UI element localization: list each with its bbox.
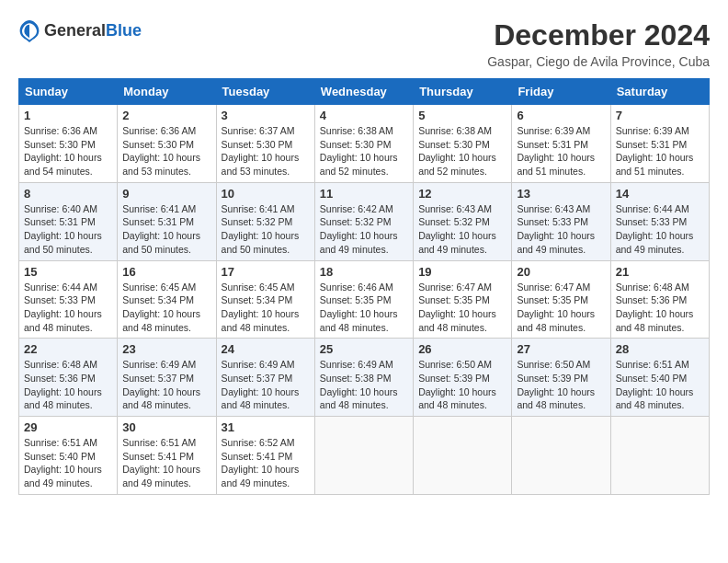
logo: GeneralBlue — [18, 18, 142, 44]
calendar-cell: 25 Sunrise: 6:49 AM Sunset: 5:38 PM Dayl… — [314, 339, 413, 417]
header-sunday: Sunday — [19, 79, 118, 105]
calendar-cell: 10 Sunrise: 6:41 AM Sunset: 5:32 PM Dayl… — [216, 182, 314, 260]
day-number: 30 — [122, 420, 210, 434]
calendar-cell: 1 Sunrise: 6:36 AM Sunset: 5:30 PM Dayli… — [19, 105, 118, 183]
day-info: Sunrise: 6:43 AM Sunset: 5:33 PM Dayligh… — [517, 202, 605, 257]
day-number: 14 — [616, 187, 704, 201]
day-info: Sunrise: 6:47 AM Sunset: 5:35 PM Dayligh… — [418, 281, 506, 335]
calendar-cell: 6 Sunrise: 6:39 AM Sunset: 5:31 PM Dayli… — [512, 105, 610, 183]
day-info: Sunrise: 6:50 AM Sunset: 5:39 PM Dayligh… — [517, 358, 605, 412]
day-number: 6 — [517, 109, 605, 122]
calendar-cell: 7 Sunrise: 6:39 AM Sunset: 5:31 PM Dayli… — [610, 105, 709, 183]
header: GeneralBlue December 2024 Gaspar, Ciego … — [18, 18, 710, 69]
calendar-cell: 13 Sunrise: 6:43 AM Sunset: 5:33 PM Dayl… — [512, 182, 610, 260]
header-row: SundayMondayTuesdayWednesdayThursdayFrid… — [19, 79, 710, 105]
day-info: Sunrise: 6:47 AM Sunset: 5:35 PM Dayligh… — [517, 281, 605, 335]
calendar-cell: 26 Sunrise: 6:50 AM Sunset: 5:39 PM Dayl… — [414, 339, 512, 417]
day-info: Sunrise: 6:49 AM Sunset: 5:37 PM Dayligh… — [122, 358, 210, 412]
calendar-cell: 31 Sunrise: 6:52 AM Sunset: 5:41 PM Dayl… — [216, 417, 314, 495]
day-info: Sunrise: 6:48 AM Sunset: 5:36 PM Dayligh… — [24, 358, 112, 412]
day-info: Sunrise: 6:44 AM Sunset: 5:33 PM Dayligh… — [616, 202, 704, 257]
day-number: 25 — [320, 342, 408, 356]
logo-icon — [18, 18, 40, 44]
header-tuesday: Tuesday — [216, 79, 314, 105]
day-info: Sunrise: 6:51 AM Sunset: 5:40 PM Dayligh… — [24, 436, 112, 490]
day-number: 3 — [222, 109, 310, 122]
day-info: Sunrise: 6:52 AM Sunset: 5:41 PM Dayligh… — [222, 436, 310, 490]
day-info: Sunrise: 6:49 AM Sunset: 5:38 PM Dayligh… — [320, 358, 408, 412]
day-number: 15 — [24, 265, 112, 279]
calendar-cell — [314, 417, 413, 495]
calendar-cell: 24 Sunrise: 6:49 AM Sunset: 5:37 PM Dayl… — [216, 339, 314, 417]
calendar-cell: 11 Sunrise: 6:42 AM Sunset: 5:32 PM Dayl… — [314, 182, 413, 260]
calendar-cell: 9 Sunrise: 6:41 AM Sunset: 5:31 PM Dayli… — [118, 182, 216, 260]
day-info: Sunrise: 6:41 AM Sunset: 5:32 PM Dayligh… — [222, 202, 310, 257]
header-wednesday: Wednesday — [314, 79, 413, 105]
calendar-cell — [414, 417, 512, 495]
day-info: Sunrise: 6:37 AM Sunset: 5:30 PM Dayligh… — [222, 124, 310, 178]
day-number: 13 — [517, 187, 605, 201]
day-number: 8 — [24, 187, 112, 201]
day-number: 22 — [24, 342, 112, 356]
day-number: 31 — [222, 420, 310, 434]
day-number: 17 — [222, 265, 310, 279]
calendar-cell: 30 Sunrise: 6:51 AM Sunset: 5:41 PM Dayl… — [118, 417, 216, 495]
day-info: Sunrise: 6:36 AM Sunset: 5:30 PM Dayligh… — [122, 124, 210, 178]
day-info: Sunrise: 6:51 AM Sunset: 5:41 PM Dayligh… — [122, 436, 210, 490]
calendar-cell: 18 Sunrise: 6:46 AM Sunset: 5:35 PM Dayl… — [314, 260, 413, 339]
calendar-cell: 2 Sunrise: 6:36 AM Sunset: 5:30 PM Dayli… — [118, 105, 216, 183]
day-number: 19 — [418, 265, 506, 279]
calendar-cell: 14 Sunrise: 6:44 AM Sunset: 5:33 PM Dayl… — [610, 182, 709, 260]
day-number: 2 — [122, 109, 210, 122]
calendar-cell — [512, 417, 610, 495]
calendar-cell: 8 Sunrise: 6:40 AM Sunset: 5:31 PM Dayli… — [19, 182, 118, 260]
calendar-cell — [610, 417, 709, 495]
calendar-cell: 23 Sunrise: 6:49 AM Sunset: 5:37 PM Dayl… — [118, 339, 216, 417]
day-number: 26 — [418, 342, 506, 356]
logo-general: General — [44, 21, 106, 40]
calendar-cell: 4 Sunrise: 6:38 AM Sunset: 5:30 PM Dayli… — [314, 105, 413, 183]
day-number: 1 — [24, 109, 112, 122]
calendar-cell: 21 Sunrise: 6:48 AM Sunset: 5:36 PM Dayl… — [610, 260, 709, 339]
calendar-cell: 22 Sunrise: 6:48 AM Sunset: 5:36 PM Dayl… — [19, 339, 118, 417]
day-info: Sunrise: 6:38 AM Sunset: 5:30 PM Dayligh… — [320, 124, 408, 178]
calendar-cell: 12 Sunrise: 6:43 AM Sunset: 5:32 PM Dayl… — [414, 182, 512, 260]
day-info: Sunrise: 6:49 AM Sunset: 5:37 PM Dayligh… — [222, 358, 310, 412]
day-number: 12 — [418, 187, 506, 201]
day-info: Sunrise: 6:44 AM Sunset: 5:33 PM Dayligh… — [24, 281, 112, 335]
calendar-cell: 5 Sunrise: 6:38 AM Sunset: 5:30 PM Dayli… — [414, 105, 512, 183]
day-info: Sunrise: 6:42 AM Sunset: 5:32 PM Dayligh… — [320, 202, 408, 257]
day-info: Sunrise: 6:39 AM Sunset: 5:31 PM Dayligh… — [517, 124, 605, 178]
logo-text: GeneralBlue — [44, 22, 142, 40]
day-number: 7 — [616, 109, 704, 122]
week-row-2: 8 Sunrise: 6:40 AM Sunset: 5:31 PM Dayli… — [19, 182, 710, 260]
calendar-cell: 17 Sunrise: 6:45 AM Sunset: 5:34 PM Dayl… — [216, 260, 314, 339]
header-thursday: Thursday — [414, 79, 512, 105]
day-info: Sunrise: 6:43 AM Sunset: 5:32 PM Dayligh… — [418, 202, 506, 257]
day-number: 29 — [24, 420, 112, 434]
day-number: 5 — [418, 109, 506, 122]
day-number: 20 — [517, 265, 605, 279]
day-info: Sunrise: 6:41 AM Sunset: 5:31 PM Dayligh… — [122, 202, 210, 257]
calendar-table: SundayMondayTuesdayWednesdayThursdayFrid… — [18, 78, 710, 495]
day-info: Sunrise: 6:40 AM Sunset: 5:31 PM Dayligh… — [24, 202, 112, 257]
week-row-1: 1 Sunrise: 6:36 AM Sunset: 5:30 PM Dayli… — [19, 105, 710, 183]
day-info: Sunrise: 6:48 AM Sunset: 5:36 PM Dayligh… — [616, 281, 704, 335]
calendar-title: December 2024 — [487, 18, 710, 52]
calendar-cell: 29 Sunrise: 6:51 AM Sunset: 5:40 PM Dayl… — [19, 417, 118, 495]
day-info: Sunrise: 6:36 AM Sunset: 5:30 PM Dayligh… — [24, 124, 112, 178]
day-info: Sunrise: 6:45 AM Sunset: 5:34 PM Dayligh… — [222, 281, 310, 335]
day-number: 28 — [616, 342, 704, 356]
calendar-subtitle: Gaspar, Ciego de Avila Province, Cuba — [487, 54, 710, 69]
week-row-4: 22 Sunrise: 6:48 AM Sunset: 5:36 PM Dayl… — [19, 339, 710, 417]
day-number: 9 — [122, 187, 210, 201]
day-number: 23 — [122, 342, 210, 356]
header-saturday: Saturday — [610, 79, 709, 105]
calendar-cell: 28 Sunrise: 6:51 AM Sunset: 5:40 PM Dayl… — [610, 339, 709, 417]
day-info: Sunrise: 6:46 AM Sunset: 5:35 PM Dayligh… — [320, 281, 408, 335]
week-row-5: 29 Sunrise: 6:51 AM Sunset: 5:40 PM Dayl… — [19, 417, 710, 495]
day-info: Sunrise: 6:39 AM Sunset: 5:31 PM Dayligh… — [616, 124, 704, 178]
calendar-cell: 20 Sunrise: 6:47 AM Sunset: 5:35 PM Dayl… — [512, 260, 610, 339]
day-number: 10 — [222, 187, 310, 201]
day-number: 4 — [320, 109, 408, 122]
